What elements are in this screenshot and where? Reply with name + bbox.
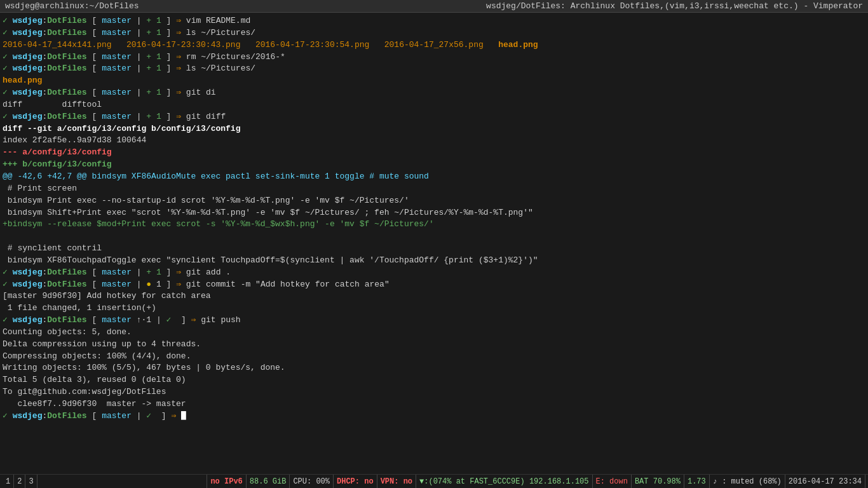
battery-val: 1.73	[684, 475, 710, 488]
net-down-status: E: down	[593, 475, 632, 488]
battery-status: BAT 70.98%	[632, 475, 684, 488]
vpn-status: VPN: no	[377, 475, 416, 488]
terminal[interactable]: ✓ wsdjeg:DotFiles [ master | + 1 ] ⇒ vim…	[0, 13, 868, 474]
status-bar: 1 2 3 no IPv6 88.6 GiB CPU: 00% DHCP: no…	[0, 474, 868, 488]
sound-status: ♪ : muted (68%)	[710, 475, 785, 488]
no-ipv6-status: no IPv6	[207, 475, 246, 488]
disk-status: 88.6 GiB	[247, 475, 290, 488]
title-left: wsdjeg@archlinux:~/DotFiles	[5, 1, 139, 11]
title-right: wsdjeg/DotFiles: Archlinux Dotfiles,(vim…	[486, 1, 863, 11]
tab-2[interactable]: 2	[14, 475, 25, 488]
cpu-status: CPU: 00%	[290, 475, 334, 488]
net-status: ▼:(074% at FAST_6CCC9E) 192.168.1.105	[416, 475, 592, 488]
dhcp-status: DHCP: no	[334, 475, 377, 488]
tab-3[interactable]: 3	[25, 475, 37, 488]
title-bar: wsdjeg@archlinux:~/DotFiles wsdjeg/DotFi…	[0, 0, 868, 13]
tab-1[interactable]: 1	[3, 475, 14, 488]
date-status: 2016-04-17 23:34	[785, 475, 865, 488]
